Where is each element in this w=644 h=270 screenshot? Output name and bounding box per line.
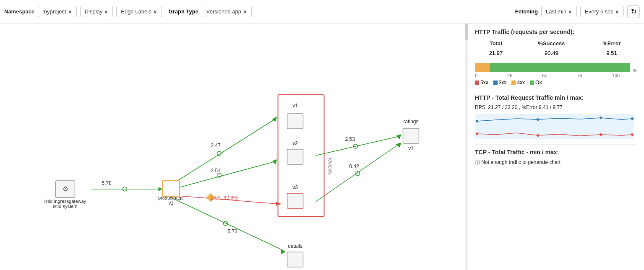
main-container: 5.78 2.47 2.51 2.53, — [0, 23, 644, 270]
edge-pp-to-rv3: 2.53, 82.8% — [173, 193, 282, 206]
edge-labels-dropdown[interactable]: Edge Labels ∨ — [116, 6, 162, 17]
bar-4xx — [475, 63, 490, 72]
svg-point-52 — [631, 117, 634, 120]
edge-gw-to-pp: 5.78 — [91, 180, 163, 191]
svg-point-56 — [631, 133, 634, 136]
val-total: 21.97 — [475, 48, 517, 58]
svg-rect-31 — [163, 181, 180, 197]
svg-point-50 — [537, 118, 539, 121]
svg-text:0.42: 0.42 — [349, 164, 360, 169]
node-reviews-v3[interactable]: v3 — [287, 184, 303, 208]
svg-text:reviews: reviews — [327, 158, 333, 175]
legend-dot-5xx — [475, 80, 479, 85]
node-reviews-v2[interactable]: v2 — [287, 140, 303, 164]
toolbar: Namespace myproject ∨ Display ∨ Edge Lab… — [0, 0, 644, 23]
total-traffic-title: HTTP - Total Request Traffic min / max: — [475, 94, 637, 101]
every-5sec-chevron: ∨ — [615, 8, 619, 15]
namespace-chevron: ∨ — [68, 8, 72, 15]
right-panel: HTTP Traffic (requests per second): Tota… — [468, 23, 644, 270]
last-min-chevron: ∨ — [568, 8, 572, 15]
display-dropdown[interactable]: Display ∨ — [80, 6, 113, 17]
svg-point-49 — [476, 120, 478, 122]
svg-point-53 — [476, 132, 478, 135]
svg-text:v3: v3 — [292, 184, 298, 190]
svg-text:v1: v1 — [408, 145, 414, 151]
svg-text:v1: v1 — [292, 103, 298, 109]
scrollbar-vertical[interactable] — [465, 23, 468, 270]
svg-marker-21 — [396, 143, 402, 148]
svg-text:v1: v1 — [169, 200, 174, 205]
svg-text:⚙: ⚙ — [63, 185, 68, 192]
edge-pp-to-rv2: 2.51 — [173, 159, 277, 189]
edge-rv2-to-ratings: 2.53 — [316, 134, 402, 156]
refresh-icon: ↻ — [631, 8, 636, 16]
bar-chart-bar — [475, 63, 630, 72]
svg-text:istio-system: istio-system — [53, 204, 77, 209]
scrollbar-thumb[interactable] — [465, 23, 468, 40]
val-error: 9.51 — [586, 48, 637, 58]
versioned-app-dropdown[interactable]: Versioned app ∨ — [202, 6, 252, 17]
col-success: %Success — [517, 39, 586, 48]
bar-pct-label: % — [633, 68, 637, 73]
legend-5xx: 5xx — [475, 80, 488, 86]
legend-3xx: 3xx — [493, 80, 507, 86]
col-total: Total — [475, 39, 517, 48]
svg-point-55 — [600, 133, 602, 136]
svg-marker-13 — [276, 202, 282, 206]
every-5sec-dropdown[interactable]: Every 5 sec ∨ — [580, 6, 624, 17]
graph-area[interactable]: 5.78 2.47 2.51 2.53, — [0, 23, 468, 270]
svg-rect-40 — [287, 193, 303, 208]
svg-text:2.51: 2.51 — [211, 168, 221, 174]
svg-rect-42 — [403, 128, 419, 143]
edge-pp-to-details: 5.73 — [171, 197, 286, 254]
svg-marker-2 — [159, 187, 163, 191]
legend-dot-4xx — [511, 80, 516, 85]
svg-text:productpage: productpage — [158, 195, 184, 200]
namespace-label: Namespace — [4, 8, 34, 15]
svg-line-3 — [171, 120, 274, 185]
node-ratings[interactable]: ratings v1 — [403, 119, 419, 151]
svg-text:details: details — [288, 243, 302, 249]
tcp-note: ⓘ Not enough traffic to generate chart — [475, 159, 637, 166]
val-success: 90.49 — [517, 48, 586, 58]
svg-text:v2: v2 — [292, 140, 298, 146]
line-chart-svg — [475, 114, 634, 139]
last-min-dropdown[interactable]: Last min ∨ — [541, 6, 577, 17]
legend: 5xx 3xx 4xx OK — [475, 80, 637, 86]
svg-rect-38 — [287, 149, 303, 164]
node-gateway[interactable]: ⚙ istio-ingressgateway istio-system — [44, 181, 86, 209]
bar-chart: 0255075100 % 5xx 3xx 4xx — [475, 63, 637, 86]
svg-marker-25 — [281, 249, 286, 254]
graph-svg: 5.78 2.47 2.51 2.53, — [0, 23, 468, 270]
svg-point-51 — [600, 117, 602, 119]
table-row: 21.97 90.49 9.51 — [475, 48, 637, 58]
svg-rect-36 — [287, 114, 303, 129]
legend-dot-ok — [530, 80, 534, 85]
svg-point-54 — [537, 134, 539, 137]
svg-line-7 — [173, 162, 274, 189]
http-traffic-title: HTTP Traffic (requests per second): — [475, 29, 637, 35]
tcp-title: TCP - Total Traffic - min / max: — [475, 149, 637, 156]
svg-line-15 — [316, 137, 398, 156]
traffic-table: Total %Success %Error 21.97 90.49 9.51 — [475, 39, 637, 58]
svg-line-23 — [171, 197, 282, 250]
graph-type-label: Graph Type — [169, 8, 198, 15]
rps-text: RPS: 21.27 / 23.20 , %Error 9.41 / 9.77 — [475, 104, 637, 110]
svg-text:2.53, 82.8%: 2.53, 82.8% — [211, 195, 238, 201]
versioned-app-chevron: ∨ — [243, 8, 247, 15]
svg-text:2.53: 2.53 — [345, 136, 355, 142]
legend-dot-3xx — [493, 80, 498, 85]
edge-label-gw-pp: 5.78 — [102, 180, 112, 186]
svg-rect-45 — [287, 252, 303, 267]
legend-ok: OK — [530, 80, 542, 86]
bar-ok — [490, 63, 630, 72]
fetching-label: Fetching — [515, 8, 538, 15]
node-reviews-v1[interactable]: v1 — [287, 103, 303, 129]
svg-text:5.73: 5.73 — [228, 228, 238, 234]
col-error: %Error — [586, 39, 637, 48]
svg-text:ratings: ratings — [403, 119, 418, 125]
refresh-button[interactable]: ↻ — [627, 5, 640, 18]
line-chart — [475, 114, 637, 140]
node-details[interactable]: details v1 — [287, 243, 303, 270]
namespace-dropdown[interactable]: myproject ∨ — [38, 6, 76, 17]
